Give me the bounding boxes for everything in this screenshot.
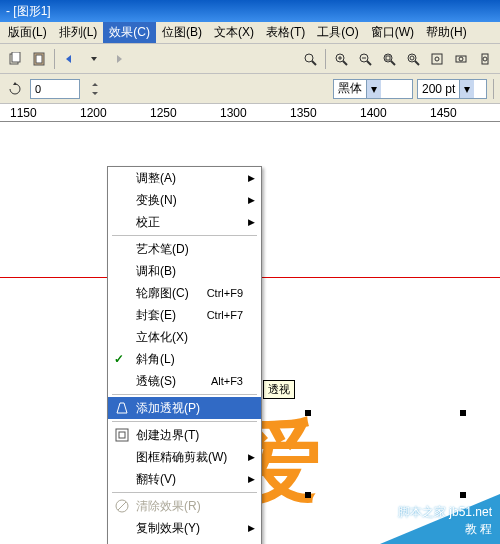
- menu-item-adjust[interactable]: 调整(A)▶: [108, 167, 261, 189]
- undo-dropdown[interactable]: [83, 48, 105, 70]
- zoom-out-button[interactable]: [354, 48, 376, 70]
- menu-separator: [112, 394, 257, 395]
- svg-line-5: [312, 61, 316, 65]
- svg-point-24: [483, 57, 487, 61]
- menu-item-envelope[interactable]: 封套(E)Ctrl+F7: [108, 304, 261, 326]
- menu-layout[interactable]: 版面(L): [2, 22, 53, 43]
- separator: [54, 49, 55, 69]
- window-title: - [图形1]: [6, 3, 51, 20]
- svg-point-16: [408, 54, 416, 62]
- rotate-icon[interactable]: [4, 78, 26, 100]
- menu-item-artistic-media[interactable]: 艺术笔(D): [108, 238, 261, 260]
- separator: [325, 49, 326, 69]
- ruler-mark: 1250: [150, 106, 177, 120]
- menu-separator: [112, 235, 257, 236]
- zoom-all-button[interactable]: [402, 48, 424, 70]
- undo-button[interactable]: [59, 48, 81, 70]
- selection-handle[interactable]: [460, 410, 466, 416]
- menu-item-clone-effect[interactable]: 克隆效果(F)▶: [108, 539, 261, 544]
- menu-item-contour[interactable]: 轮廓图(C)Ctrl+F9: [108, 282, 261, 304]
- watermark: 脚本之家 jb51.net 教 程: [320, 484, 500, 544]
- chevron-down-icon[interactable]: ▾: [459, 80, 474, 98]
- fontsize-combo[interactable]: 200 pt ▾: [417, 79, 487, 99]
- menu-separator: [112, 492, 257, 493]
- menu-text[interactable]: 文本(X): [208, 22, 260, 43]
- font-size: 200 pt: [422, 82, 455, 96]
- menu-help[interactable]: 帮助(H): [420, 22, 473, 43]
- title-bar: - [图形1]: [0, 0, 500, 22]
- menu-item-bevel[interactable]: ✓斜角(L): [108, 348, 261, 370]
- svg-point-17: [410, 56, 414, 60]
- svg-line-28: [118, 502, 126, 510]
- svg-rect-14: [386, 56, 390, 60]
- svg-rect-19: [432, 54, 442, 64]
- property-bar: 黑体 ▾ 200 pt ▾: [0, 74, 500, 104]
- menu-separator: [112, 421, 257, 422]
- tooltip: 透视: [263, 380, 295, 399]
- menu-item-powerclip[interactable]: 图框精确剪裁(W)▶: [108, 446, 261, 468]
- menu-item-copy-effect[interactable]: 复制效果(Y)▶: [108, 517, 261, 539]
- menu-bar: 版面(L) 排列(L) 效果(C) 位图(B) 文本(X) 表格(T) 工具(O…: [0, 22, 500, 44]
- menu-item-correct[interactable]: 校正▶: [108, 211, 261, 233]
- zoom-height-button[interactable]: [474, 48, 496, 70]
- svg-rect-1: [12, 52, 20, 62]
- boundary-icon: [114, 427, 130, 443]
- menu-item-clear-effect: 清除效果(R): [108, 495, 261, 517]
- svg-line-18: [415, 61, 419, 65]
- ruler-mark: 1400: [360, 106, 387, 120]
- submenu-arrow-icon: ▶: [248, 217, 255, 227]
- zoom-width-button[interactable]: [450, 48, 472, 70]
- search-button[interactable]: [299, 48, 321, 70]
- effects-menu-dropdown: 调整(A)▶ 变换(N)▶ 校正▶ 艺术笔(D) 调和(B) 轮廓图(C)Ctr…: [107, 166, 262, 544]
- svg-rect-26: [119, 432, 125, 438]
- ruler-mark: 1300: [220, 106, 247, 120]
- standard-toolbar: [0, 44, 500, 74]
- menu-effects[interactable]: 效果(C): [103, 22, 156, 43]
- svg-point-20: [435, 57, 439, 61]
- ruler-mark: 1350: [290, 106, 317, 120]
- submenu-arrow-icon: ▶: [248, 474, 255, 484]
- menu-bitmap[interactable]: 位图(B): [156, 22, 208, 43]
- copy-button[interactable]: [4, 48, 26, 70]
- menu-tools[interactable]: 工具(O): [311, 22, 364, 43]
- svg-rect-3: [36, 55, 42, 63]
- menu-item-lens[interactable]: 透镜(S)Alt+F3: [108, 370, 261, 392]
- menu-item-extrude[interactable]: 立体化(X): [108, 326, 261, 348]
- checkmark-icon: ✓: [114, 352, 124, 366]
- svg-point-4: [305, 54, 313, 62]
- selection-handle[interactable]: [305, 410, 311, 416]
- svg-point-13: [384, 54, 392, 62]
- clear-icon: [114, 498, 130, 514]
- ruler-mark: 1450: [430, 106, 457, 120]
- chevron-down-icon[interactable]: ▾: [366, 80, 381, 98]
- zoom-page-button[interactable]: [426, 48, 448, 70]
- svg-line-15: [391, 61, 395, 65]
- svg-line-12: [367, 61, 371, 65]
- stepper-icon[interactable]: [84, 78, 106, 100]
- redo-button[interactable]: [107, 48, 129, 70]
- menu-arrange[interactable]: 排列(L): [53, 22, 104, 43]
- font-name: 黑体: [338, 80, 362, 97]
- svg-line-9: [343, 61, 347, 65]
- menu-window[interactable]: 窗口(W): [365, 22, 420, 43]
- font-combo[interactable]: 黑体 ▾: [333, 79, 413, 99]
- zoom-selection-button[interactable]: [378, 48, 400, 70]
- selection-handle[interactable]: [305, 492, 311, 498]
- menu-item-transform[interactable]: 变换(N)▶: [108, 189, 261, 211]
- rotation-input[interactable]: [30, 79, 80, 99]
- menu-item-rollover[interactable]: 翻转(V)▶: [108, 468, 261, 490]
- submenu-arrow-icon: ▶: [248, 173, 255, 183]
- menu-item-create-boundary[interactable]: 创建边界(T): [108, 424, 261, 446]
- canvas-area[interactable]: 调整(A)▶ 变换(N)▶ 校正▶ 艺术笔(D) 调和(B) 轮廓图(C)Ctr…: [0, 122, 500, 544]
- ruler-mark: 1200: [80, 106, 107, 120]
- zoom-in-button[interactable]: [330, 48, 352, 70]
- horizontal-ruler: 1150 1200 1250 1300 1350 1400 1450: [0, 104, 500, 122]
- paste-button[interactable]: [28, 48, 50, 70]
- menu-item-add-perspective[interactable]: 添加透视(P): [108, 397, 261, 419]
- menu-table[interactable]: 表格(T): [260, 22, 311, 43]
- submenu-arrow-icon: ▶: [248, 195, 255, 205]
- menu-item-blend[interactable]: 调和(B): [108, 260, 261, 282]
- watermark-text: 脚本之家 jb51.net 教 程: [398, 504, 492, 538]
- svg-point-22: [459, 57, 463, 61]
- perspective-icon: [114, 400, 130, 416]
